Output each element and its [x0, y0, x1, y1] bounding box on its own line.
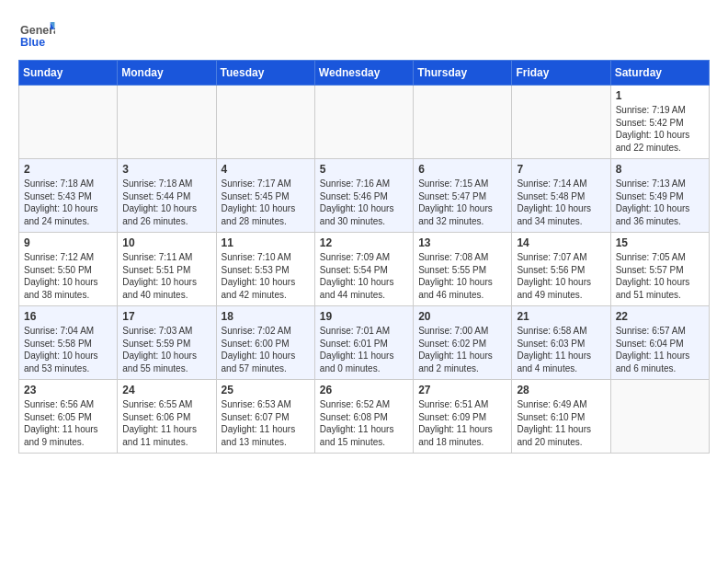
day-number: 21 [517, 310, 605, 323]
calendar-cell: 3Sunrise: 7:18 AM Sunset: 5:44 PM Daylig… [118, 159, 216, 233]
day-number: 18 [222, 310, 310, 323]
weekday-header-tuesday: Tuesday [216, 61, 314, 86]
day-info: Sunrise: 6:57 AM Sunset: 6:04 PM Dayligh… [616, 325, 704, 374]
day-number: 8 [616, 163, 704, 176]
calendar-cell: 21Sunrise: 6:58 AM Sunset: 6:03 PM Dayli… [512, 306, 610, 380]
calendar-cell [414, 86, 512, 159]
day-number: 6 [418, 163, 506, 176]
day-info: Sunrise: 6:51 AM Sunset: 6:09 PM Dayligh… [418, 398, 506, 448]
calendar-cell: 15Sunrise: 7:05 AM Sunset: 5:57 PM Dayli… [610, 233, 709, 306]
day-info: Sunrise: 7:01 AM Sunset: 6:01 PM Dayligh… [320, 325, 408, 374]
calendar-cell: 6Sunrise: 7:15 AM Sunset: 5:47 PM Daylig… [414, 159, 512, 233]
calendar-cell: 8Sunrise: 7:13 AM Sunset: 5:49 PM Daylig… [610, 159, 709, 233]
day-number: 4 [222, 163, 310, 176]
day-info: Sunrise: 7:13 AM Sunset: 5:49 PM Dayligh… [616, 178, 704, 227]
weekday-header-thursday: Thursday [414, 61, 512, 86]
day-info: Sunrise: 7:05 AM Sunset: 5:57 PM Dayligh… [616, 251, 704, 301]
weekday-header-sunday: Sunday [19, 61, 118, 86]
calendar-cell: 22Sunrise: 6:57 AM Sunset: 6:04 PM Dayli… [610, 306, 709, 380]
day-info: Sunrise: 7:15 AM Sunset: 5:47 PM Dayligh… [418, 178, 506, 227]
day-info: Sunrise: 7:17 AM Sunset: 5:45 PM Dayligh… [222, 178, 310, 227]
day-number: 27 [418, 384, 506, 396]
calendar-cell: 11Sunrise: 7:10 AM Sunset: 5:53 PM Dayli… [216, 233, 314, 306]
day-info: Sunrise: 6:52 AM Sunset: 6:08 PM Dayligh… [320, 398, 408, 448]
calendar-cell: 20Sunrise: 7:00 AM Sunset: 6:02 PM Dayli… [414, 306, 512, 380]
day-number: 25 [222, 384, 310, 396]
day-info: Sunrise: 6:56 AM Sunset: 6:05 PM Dayligh… [24, 398, 112, 448]
day-info: Sunrise: 7:11 AM Sunset: 5:51 PM Dayligh… [122, 251, 210, 301]
day-info: Sunrise: 7:00 AM Sunset: 6:02 PM Dayligh… [418, 325, 506, 374]
weekday-header-wednesday: Wednesday [314, 61, 413, 86]
calendar-cell: 10Sunrise: 7:11 AM Sunset: 5:51 PM Dayli… [118, 233, 216, 306]
day-number: 11 [222, 236, 310, 249]
calendar-week-row: 9Sunrise: 7:12 AM Sunset: 5:50 PM Daylig… [19, 233, 710, 306]
calendar-cell: 27Sunrise: 6:51 AM Sunset: 6:09 PM Dayli… [414, 380, 512, 454]
day-number: 26 [320, 384, 408, 396]
day-number: 5 [320, 163, 408, 176]
day-number: 12 [320, 236, 408, 249]
day-info: Sunrise: 7:09 AM Sunset: 5:54 PM Dayligh… [320, 251, 408, 301]
calendar-cell: 4Sunrise: 7:17 AM Sunset: 5:45 PM Daylig… [216, 159, 314, 233]
calendar-cell: 16Sunrise: 7:04 AM Sunset: 5:58 PM Dayli… [19, 306, 118, 380]
calendar-cell: 13Sunrise: 7:08 AM Sunset: 5:55 PM Dayli… [414, 233, 512, 306]
day-number: 23 [24, 384, 112, 396]
calendar-cell: 19Sunrise: 7:01 AM Sunset: 6:01 PM Dayli… [314, 306, 413, 380]
calendar-week-row: 1Sunrise: 7:19 AM Sunset: 5:42 PM Daylig… [19, 86, 710, 159]
day-number: 2 [24, 163, 112, 176]
calendar-cell [19, 86, 118, 159]
day-number: 13 [418, 236, 506, 249]
weekday-header-monday: Monday [118, 61, 216, 86]
day-number: 28 [517, 384, 605, 396]
svg-text:Blue: Blue [20, 36, 45, 49]
day-number: 15 [616, 236, 704, 249]
day-info: Sunrise: 6:58 AM Sunset: 6:03 PM Dayligh… [517, 325, 605, 374]
calendar-cell [118, 86, 216, 159]
calendar-cell: 9Sunrise: 7:12 AM Sunset: 5:50 PM Daylig… [19, 233, 118, 306]
calendar-cell: 14Sunrise: 7:07 AM Sunset: 5:56 PM Dayli… [512, 233, 610, 306]
calendar-cell [610, 380, 709, 454]
day-info: Sunrise: 7:12 AM Sunset: 5:50 PM Dayligh… [24, 251, 112, 301]
day-info: Sunrise: 6:49 AM Sunset: 6:10 PM Dayligh… [517, 398, 605, 448]
calendar-cell: 18Sunrise: 7:02 AM Sunset: 6:00 PM Dayli… [216, 306, 314, 380]
calendar-table: SundayMondayTuesdayWednesdayThursdayFrid… [18, 60, 710, 454]
weekday-header-friday: Friday [512, 61, 610, 86]
day-info: Sunrise: 7:18 AM Sunset: 5:43 PM Dayligh… [24, 178, 112, 227]
calendar-cell: 17Sunrise: 7:03 AM Sunset: 5:59 PM Dayli… [118, 306, 216, 380]
calendar-cell: 24Sunrise: 6:55 AM Sunset: 6:06 PM Dayli… [118, 380, 216, 454]
day-number: 16 [24, 310, 112, 323]
day-number: 1 [616, 89, 704, 102]
day-info: Sunrise: 7:19 AM Sunset: 5:42 PM Dayligh… [616, 104, 704, 154]
calendar-cell [216, 86, 314, 159]
day-info: Sunrise: 6:55 AM Sunset: 6:06 PM Dayligh… [122, 398, 210, 448]
day-number: 14 [517, 236, 605, 249]
day-info: Sunrise: 7:16 AM Sunset: 5:46 PM Dayligh… [320, 178, 408, 227]
day-number: 20 [418, 310, 506, 323]
calendar-cell: 1Sunrise: 7:19 AM Sunset: 5:42 PM Daylig… [610, 86, 709, 159]
calendar-week-row: 23Sunrise: 6:56 AM Sunset: 6:05 PM Dayli… [19, 380, 710, 454]
day-info: Sunrise: 7:10 AM Sunset: 5:53 PM Dayligh… [222, 251, 310, 301]
calendar-cell: 25Sunrise: 6:53 AM Sunset: 6:07 PM Dayli… [216, 380, 314, 454]
calendar-cell: 28Sunrise: 6:49 AM Sunset: 6:10 PM Dayli… [512, 380, 610, 454]
day-number: 9 [24, 236, 112, 249]
day-info: Sunrise: 7:03 AM Sunset: 5:59 PM Dayligh… [122, 325, 210, 374]
day-info: Sunrise: 7:14 AM Sunset: 5:48 PM Dayligh… [517, 178, 605, 227]
calendar-cell: 12Sunrise: 7:09 AM Sunset: 5:54 PM Dayli… [314, 233, 413, 306]
day-info: Sunrise: 7:08 AM Sunset: 5:55 PM Dayligh… [418, 251, 506, 301]
day-number: 17 [122, 310, 210, 323]
day-number: 19 [320, 310, 408, 323]
day-number: 3 [122, 163, 210, 176]
calendar-cell: 5Sunrise: 7:16 AM Sunset: 5:46 PM Daylig… [314, 159, 413, 233]
calendar-week-row: 2Sunrise: 7:18 AM Sunset: 5:43 PM Daylig… [19, 159, 710, 233]
day-info: Sunrise: 7:02 AM Sunset: 6:00 PM Dayligh… [222, 325, 310, 374]
day-info: Sunrise: 7:07 AM Sunset: 5:56 PM Dayligh… [517, 251, 605, 301]
weekday-header-saturday: Saturday [610, 61, 709, 86]
day-info: Sunrise: 7:04 AM Sunset: 5:58 PM Dayligh… [24, 325, 112, 374]
day-number: 22 [616, 310, 704, 323]
calendar-cell: 7Sunrise: 7:14 AM Sunset: 5:48 PM Daylig… [512, 159, 610, 233]
calendar-cell [512, 86, 610, 159]
logo: General Blue [18, 18, 57, 51]
calendar-header-row: SundayMondayTuesdayWednesdayThursdayFrid… [19, 61, 710, 86]
calendar-cell: 26Sunrise: 6:52 AM Sunset: 6:08 PM Dayli… [314, 380, 413, 454]
calendar-cell: 2Sunrise: 7:18 AM Sunset: 5:43 PM Daylig… [19, 159, 118, 233]
calendar-week-row: 16Sunrise: 7:04 AM Sunset: 5:58 PM Dayli… [19, 306, 710, 380]
